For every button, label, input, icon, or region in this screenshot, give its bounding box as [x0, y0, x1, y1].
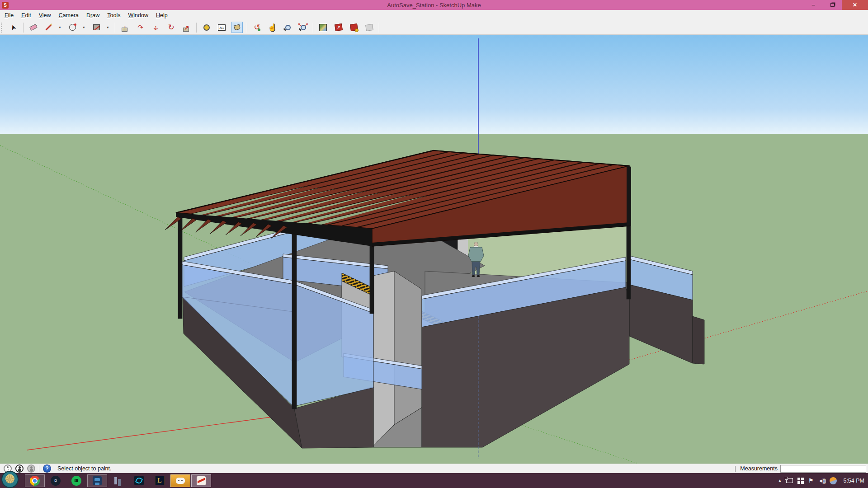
minimize-button[interactable]: –: [804, 0, 823, 10]
text-tool-button[interactable]: A1: [216, 22, 227, 33]
followme-tool-button[interactable]: ↷: [135, 22, 146, 33]
action-center-flag-icon[interactable]: ⚑: [808, 477, 814, 484]
status-message: Select object to paint.: [57, 465, 112, 472]
scale-arrow-icon: ↗: [184, 24, 189, 31]
share-icon: [365, 23, 373, 31]
pencil-icon: [45, 24, 52, 30]
frame-post: [627, 220, 631, 299]
pan-tool-button[interactable]: ☝: [267, 22, 278, 33]
taskbar: ¤ ≋ L ▲ ⚑ ◄))) 5:54 PM: [0, 473, 868, 488]
help-icon[interactable]: ?: [43, 465, 51, 473]
rectangle-icon: [93, 24, 100, 30]
arc-tool-dropdown[interactable]: ▼: [82, 22, 87, 33]
tape-measure-tool-button[interactable]: [201, 22, 212, 33]
pushpull-arrow-icon: ↑: [123, 24, 127, 31]
hidden-icons-chevron[interactable]: ▲: [778, 479, 782, 483]
zoom-magnifier-icon: [285, 25, 291, 30]
taskbar-sketchup[interactable]: [191, 474, 211, 487]
claim-credit-icon[interactable]: [15, 465, 24, 473]
taskbar-discord[interactable]: [170, 474, 190, 487]
robot-icon: [93, 476, 102, 485]
tray-clock[interactable]: 5:54 PM: [843, 478, 864, 484]
network-icon[interactable]: [786, 478, 793, 483]
menu-help[interactable]: Help: [156, 12, 168, 19]
viewport-canvas[interactable]: [0, 35, 868, 464]
zoom-tool-button[interactable]: [282, 22, 293, 33]
paint-bucket-tool-button[interactable]: [231, 22, 243, 33]
taskbar-atom-app[interactable]: [129, 474, 149, 487]
orbit-tool-button[interactable]: ↺: [251, 22, 263, 33]
close-button[interactable]: ✕: [842, 0, 868, 10]
line-tool-button[interactable]: [43, 22, 54, 33]
tape-measure-icon: [203, 24, 210, 31]
rotate-icon: ↻: [168, 23, 174, 32]
steam-icon: ¤: [51, 476, 61, 486]
rectangle-tool-button[interactable]: [91, 22, 102, 33]
taskbar-chrome[interactable]: [25, 474, 45, 487]
scale-tool-button[interactable]: ↗: [181, 22, 192, 33]
eraser-icon: [29, 24, 37, 31]
followme-icon: ↷: [137, 23, 143, 32]
taskbar-robot-app[interactable]: [87, 474, 107, 487]
zoom-extents-tool-button[interactable]: ↖↗: [297, 22, 309, 33]
toolbar-grip[interactable]: [1, 23, 3, 33]
menu-tools[interactable]: Tools: [107, 12, 120, 19]
taskbar-league-app[interactable]: L: [150, 474, 170, 487]
menu-camera[interactable]: Camera: [59, 12, 79, 19]
system-tray: ▲ ⚑ ◄))) 5:54 PM: [778, 473, 864, 488]
add-location-button[interactable]: [317, 22, 329, 33]
frame-post: [178, 212, 182, 319]
move-icon: ↔: [152, 23, 159, 31]
color-orb-icon[interactable]: [830, 477, 837, 484]
share-model-button[interactable]: [363, 22, 375, 33]
shape-tool-dropdown[interactable]: ▼: [106, 22, 111, 33]
league-icon: L: [155, 476, 165, 485]
toolbar-separator: [196, 23, 197, 33]
pan-hand-icon: ☝: [268, 23, 277, 32]
map-icon: [319, 24, 327, 31]
taskbar-steam[interactable]: ¤: [46, 474, 66, 487]
pushpull-tool-button[interactable]: ↑: [119, 22, 131, 33]
rotate-tool-button[interactable]: ↻: [165, 22, 177, 33]
paint-bucket-icon: [234, 24, 241, 31]
toolbar-separator: [23, 23, 24, 33]
title-bar: S AutoSave_Station - SketchUp Make – ✕: [0, 0, 868, 10]
select-tool-button[interactable]: ➤: [8, 22, 19, 33]
toolbar: ➤ ▼ ▼ ▼ ↑ ↷ ↔↕ ↻ ↗ A1 ↺ ☝ ↖↗ ↗: [0, 20, 868, 35]
warehouse-icon: ↗: [335, 23, 343, 31]
menu-view[interactable]: View: [39, 12, 51, 19]
menu-window[interactable]: Window: [128, 12, 148, 19]
menu-draw[interactable]: Draw: [86, 12, 99, 19]
window-title: AutoSave_Station - SketchUp Make: [0, 2, 868, 9]
arc-tool-button[interactable]: [67, 22, 78, 33]
toolbar-separator: [379, 23, 379, 33]
extension-warehouse-button[interactable]: [348, 22, 359, 33]
chrome-icon: [30, 476, 40, 486]
trench-wall: [373, 271, 394, 445]
sign-in-icon[interactable]: [27, 465, 35, 473]
menu-file[interactable]: File: [5, 12, 14, 19]
eraser-tool-button[interactable]: [28, 22, 39, 33]
viewport[interactable]: [0, 35, 868, 464]
taskbar-city-app[interactable]: [108, 474, 128, 487]
menu-bar: File Edit View Camera Draw Tools Window …: [0, 10, 868, 20]
get-models-button[interactable]: ↗: [333, 22, 344, 33]
measurements-input[interactable]: [780, 465, 866, 473]
sketchup-icon: [197, 476, 206, 485]
measurements-grip[interactable]: [735, 466, 736, 472]
line-tool-dropdown[interactable]: ▼: [58, 22, 63, 33]
menu-edit[interactable]: Edit: [21, 12, 31, 19]
arc-icon: [69, 24, 76, 31]
toolbar-separator: [313, 23, 313, 33]
start-button[interactable]: [1, 471, 19, 488]
restore-button[interactable]: [823, 0, 842, 10]
taskbar-spotify[interactable]: ≋: [66, 474, 86, 487]
volume-icon[interactable]: ◄))): [818, 478, 826, 484]
orbit-green-dot-icon: [258, 28, 260, 31]
select-cursor-icon: ➤: [9, 23, 18, 31]
grid-icon[interactable]: [797, 478, 804, 484]
discord-icon: [176, 478, 185, 484]
status-divider: [39, 465, 39, 472]
status-bar: ? Select object to paint. Measurements: [0, 464, 868, 473]
move-tool-button[interactable]: ↔↕: [150, 22, 161, 33]
